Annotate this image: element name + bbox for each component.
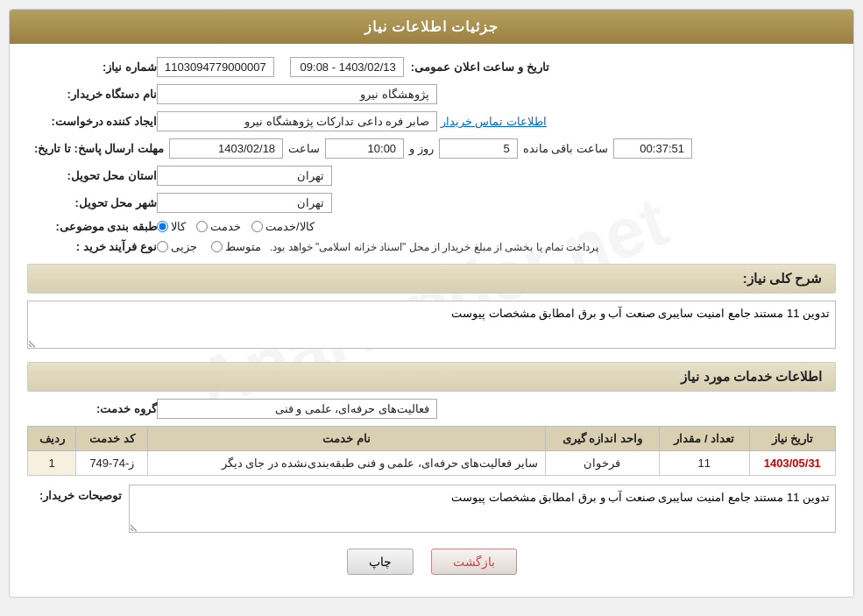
buyer-org-label: نام دستگاه خریدار: (34, 88, 157, 101)
category-group: کالا/خدمت خدمت کالا (157, 220, 315, 233)
radio-medium[interactable] (211, 241, 223, 252)
category-label: طبقه بندی موضوعی: (34, 220, 157, 233)
need-number-label: شماره نیاز: (34, 60, 157, 74)
announce-label: تاریخ و ساعت اعلان عمومی: (411, 60, 549, 74)
send-date-value: 1403/02/18 (169, 138, 283, 159)
back-button[interactable]: بازگشت (431, 549, 517, 575)
proc-partial[interactable]: جزیی (157, 240, 197, 253)
remaining-time: 00:37:51 (613, 138, 692, 159)
need-desc-wrap: ⤡ (27, 301, 836, 351)
creator-label: ایجاد کننده درخواست: (34, 115, 157, 128)
city-value: تهران (157, 193, 332, 213)
radio-service[interactable] (196, 221, 208, 232)
buttons-row: بازگشت چاپ (27, 549, 836, 575)
announce-value: 1403/02/13 - 09:08 (290, 57, 404, 77)
category-goods-service[interactable]: کالا/خدمت (251, 220, 315, 233)
resize-handle-notes-icon: ⤡ (131, 524, 138, 534)
radio-goods[interactable] (157, 221, 168, 232)
send-time-value: 10:00 (325, 138, 404, 159)
col-code: کد خدمت (76, 427, 148, 451)
buyer-notes-wrap: ⤡ (129, 485, 836, 535)
print-button[interactable]: چاپ (347, 549, 414, 575)
send-deadline-label: مهلت ارسال پاسخ: تا تاریخ: (34, 142, 164, 155)
buyer-notes-label: توصیحات خریدار: (34, 485, 122, 502)
proc-medium[interactable]: متوسط (211, 240, 261, 253)
col-row: ردیف (28, 427, 76, 451)
service-group-label: گروه خدمت: (34, 402, 157, 415)
send-time-label: ساعت (288, 142, 320, 155)
page-header: جزئیات اطلاعات نیاز (10, 10, 853, 44)
page-title: جزئیات اطلاعات نیاز (364, 19, 499, 34)
cell-code: ز-74-749 (76, 451, 148, 476)
city-label: شهر محل تحویل: (34, 196, 157, 209)
proc-radios: متوسط جزیی (157, 240, 261, 253)
cell-unit: فرخوان (546, 451, 660, 476)
radio-partial[interactable] (157, 241, 168, 252)
need-desc-label: شرح کلی نیاز: (743, 271, 822, 286)
services-section-title: اطلاعات خدمات مورد نیاز (681, 369, 822, 384)
cell-qty: 11 (659, 451, 749, 476)
contact-link[interactable]: اطلاعات تماس خریدار (441, 115, 547, 128)
proc-note: پرداخت تمام یا بخشی از مبلغ خریدار از مح… (270, 241, 598, 253)
col-date: تاریخ نیاز (749, 427, 835, 451)
service-group-value: فعالیت‌های حرفه‌ای، علمی و فنی (157, 399, 437, 419)
send-day-value: 5 (439, 138, 518, 159)
remaining-label: ساعت باقی مانده (523, 142, 608, 155)
buyer-notes-textarea[interactable] (129, 485, 836, 533)
category-goods-label: کالا (171, 220, 186, 233)
radio-goods-service[interactable] (251, 221, 263, 232)
province-value: تهران (157, 166, 332, 186)
need-desc-section-header: شرح کلی نیاز: (27, 264, 836, 294)
proc-type-label: نوع فرآیند خرید : (34, 240, 157, 253)
col-qty: تعداد / مقدار (659, 427, 749, 451)
need-desc-textarea[interactable] (27, 301, 836, 349)
buyer-org-value: پژوهشگاه نیرو (157, 84, 437, 104)
creator-value: صابر فره داعی تدارکات پژوهشگاه نیرو (157, 111, 437, 131)
resize-handle-icon: ⤡ (29, 340, 36, 350)
col-unit: واحد اندازه گیری (546, 427, 660, 451)
services-section-header: اطلاعات خدمات مورد نیاز (27, 362, 836, 392)
col-service-name: نام خدمت (148, 427, 546, 451)
category-goods-service-label: کالا/خدمت (265, 220, 315, 233)
category-service[interactable]: خدمت (196, 220, 241, 233)
table-row: 1403/05/31 11 فرخوان سایر فعالیت‌های حرف… (28, 451, 836, 476)
cell-date: 1403/05/31 (749, 451, 835, 476)
services-table: تاریخ نیاز تعداد / مقدار واحد اندازه گیر… (27, 426, 836, 476)
need-number-value: 1103094779000007 (157, 57, 274, 77)
send-day-label: روز و (409, 142, 434, 155)
proc-partial-label: جزیی (171, 240, 197, 253)
category-goods[interactable]: کالا (157, 220, 186, 233)
province-label: استان محل تحویل: (34, 169, 157, 182)
cell-service-name: سایر فعالیت‌های حرفه‌ای، علمی و فنی طبقه… (148, 451, 546, 476)
proc-medium-label: متوسط (225, 240, 261, 253)
category-service-label: خدمت (210, 220, 241, 233)
cell-row: 1 (28, 451, 76, 476)
